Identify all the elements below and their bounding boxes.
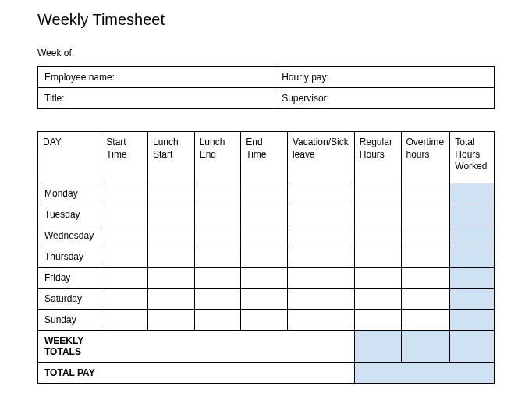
header-overtime-hours: Overtime hours	[401, 132, 450, 183]
cell-empty	[147, 309, 194, 330]
cell-empty	[194, 362, 241, 383]
cell-empty	[401, 309, 450, 330]
timesheet-table: DAY Start Time Lunch Start Lunch End End…	[37, 131, 495, 384]
cell-empty	[354, 225, 401, 246]
cell-empty	[354, 267, 401, 288]
table-row: Wednesday	[38, 225, 495, 246]
table-row: Sunday	[38, 309, 495, 330]
total-pay-row: TOTAL PAY	[38, 362, 495, 383]
cell-empty	[147, 330, 194, 362]
employee-name-label: Employee name:	[38, 67, 275, 88]
cell-empty	[147, 246, 194, 267]
cell-empty	[401, 204, 450, 225]
cell-empty	[287, 183, 354, 204]
cell-empty	[241, 183, 288, 204]
cell-empty	[241, 330, 288, 362]
cell-weekly-overtime	[401, 330, 450, 362]
employee-info-table: Employee name: Hourly pay: Title: Superv…	[37, 66, 495, 109]
cell-empty	[147, 225, 194, 246]
cell-empty	[241, 225, 288, 246]
table-row: Employee name: Hourly pay:	[38, 67, 495, 88]
cell-empty	[194, 288, 241, 309]
cell-empty	[147, 204, 194, 225]
day-sunday: Sunday	[38, 309, 101, 330]
cell-total-hours	[450, 288, 495, 309]
day-thursday: Thursday	[38, 246, 101, 267]
day-saturday: Saturday	[38, 288, 101, 309]
table-row: Thursday	[38, 246, 495, 267]
cell-empty	[401, 183, 450, 204]
cell-empty	[194, 267, 241, 288]
title-label: Title:	[38, 88, 275, 109]
day-monday: Monday	[38, 183, 101, 204]
cell-empty	[194, 330, 241, 362]
cell-empty	[101, 267, 148, 288]
table-row: Tuesday	[38, 204, 495, 225]
header-lunch-start: Lunch Start	[147, 132, 194, 183]
cell-total-hours	[450, 267, 495, 288]
header-lunch-end: Lunch End	[194, 132, 241, 183]
cell-empty	[241, 204, 288, 225]
header-end-time: End Time	[241, 132, 288, 183]
header-vacation-sick: Vacation/Sick leave	[287, 132, 354, 183]
cell-empty	[401, 267, 450, 288]
cell-empty	[101, 246, 148, 267]
header-day: DAY	[38, 132, 101, 183]
cell-empty	[241, 288, 288, 309]
cell-empty	[101, 225, 148, 246]
cell-weekly-regular	[354, 330, 401, 362]
cell-empty	[401, 246, 450, 267]
cell-empty	[101, 362, 148, 383]
cell-empty	[287, 362, 354, 383]
cell-empty	[101, 204, 148, 225]
header-start-time: Start Time	[101, 132, 148, 183]
week-of-label: Week of:	[37, 48, 495, 58]
total-pay-label: TOTAL PAY	[38, 362, 101, 383]
cell-empty	[101, 309, 148, 330]
cell-empty	[354, 246, 401, 267]
cell-empty	[287, 330, 354, 362]
cell-empty	[147, 267, 194, 288]
cell-empty	[147, 183, 194, 204]
day-tuesday: Tuesday	[38, 204, 101, 225]
cell-empty	[287, 204, 354, 225]
cell-empty	[147, 362, 194, 383]
cell-empty	[287, 225, 354, 246]
cell-empty	[287, 267, 354, 288]
cell-empty	[241, 267, 288, 288]
cell-empty	[194, 183, 241, 204]
cell-empty	[354, 204, 401, 225]
table-row: Friday	[38, 267, 495, 288]
table-row: Title: Supervisor:	[38, 88, 495, 109]
cell-empty	[241, 309, 288, 330]
table-row: Monday	[38, 183, 495, 204]
cell-total-hours	[450, 309, 495, 330]
cell-total-hours	[450, 225, 495, 246]
cell-total-pay	[354, 362, 401, 383]
table-header-row: DAY Start Time Lunch Start Lunch End End…	[38, 132, 495, 183]
cell-total-hours	[450, 204, 495, 225]
cell-empty	[101, 330, 148, 362]
table-row: Saturday	[38, 288, 495, 309]
day-friday: Friday	[38, 267, 101, 288]
cell-empty	[194, 309, 241, 330]
cell-empty	[354, 183, 401, 204]
cell-empty	[287, 288, 354, 309]
cell-weekly-total	[450, 330, 495, 362]
cell-empty	[401, 288, 450, 309]
cell-total-hours	[450, 246, 495, 267]
cell-empty	[287, 246, 354, 267]
cell-empty	[401, 225, 450, 246]
page-title: Weekly Timesheet	[37, 11, 495, 29]
cell-empty	[147, 288, 194, 309]
cell-empty	[354, 288, 401, 309]
cell-empty	[354, 309, 401, 330]
cell-empty	[101, 183, 148, 204]
cell-total-pay	[450, 362, 495, 383]
cell-empty	[241, 246, 288, 267]
supervisor-label: Supervisor:	[275, 88, 495, 109]
cell-empty	[101, 288, 148, 309]
cell-empty	[241, 362, 288, 383]
hourly-pay-label: Hourly pay:	[275, 67, 495, 88]
header-regular-hours: Regular Hours	[354, 132, 401, 183]
